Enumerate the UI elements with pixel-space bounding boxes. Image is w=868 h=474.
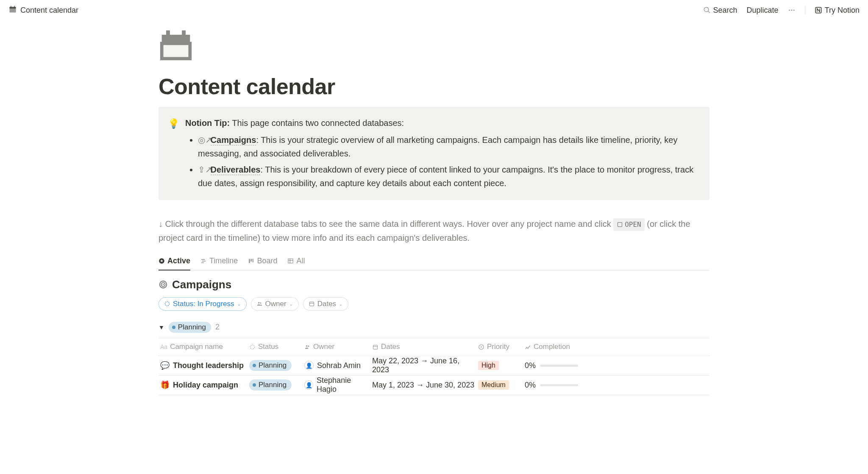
dots-icon (788, 6, 796, 14)
svg-point-4 (789, 10, 790, 11)
people-icon (304, 344, 311, 350)
svg-point-33 (306, 345, 308, 347)
cell-dates[interactable]: May 22, 2023 → June 16, 2023 (370, 357, 476, 374)
completion-text: 0% (525, 361, 536, 370)
target-icon: ◎↗ (198, 133, 206, 147)
status-dot-icon (172, 326, 175, 329)
status-text: Planning (259, 361, 287, 370)
tab-label: Active (167, 257, 190, 265)
status-text: Planning (259, 381, 287, 389)
group-label: Planning (178, 323, 206, 332)
open-label: OPEN (625, 219, 641, 230)
cell-completion[interactable]: 0% (523, 381, 591, 390)
svg-rect-20 (253, 259, 254, 262)
board-icon (248, 258, 254, 264)
database-title[interactable]: Campaigns (159, 278, 709, 291)
status-icon (249, 344, 256, 350)
search-label: Search (713, 6, 737, 15)
avatar: 👤 (304, 380, 313, 390)
filter-status[interactable]: Status: In Progress ⌄ (159, 297, 247, 311)
tab-board[interactable]: Board (248, 257, 277, 270)
table-row[interactable]: 💬 Thought leadership Planning 👤 Sohrab A… (159, 356, 709, 376)
col-dates[interactable]: Dates (370, 343, 476, 351)
cell-dates[interactable]: May 1, 2023 → June 30, 2023 (370, 381, 476, 390)
callout-item-text: : This is your breakdown of every piece … (198, 165, 693, 188)
chevron-down-icon: ⌄ (339, 301, 343, 307)
chart-icon (525, 344, 531, 350)
cell-name[interactable]: 🎁 Holiday campaign (159, 380, 248, 390)
filter-status-label: Status: In Progress (173, 300, 234, 308)
breadcrumb-title: Content calendar (20, 6, 78, 15)
svg-point-34 (308, 346, 309, 347)
status-pill: Planning (249, 360, 292, 371)
page-icon[interactable] (159, 27, 193, 62)
open-badge: OPEN (613, 218, 645, 231)
svg-rect-35 (373, 345, 378, 349)
tab-all[interactable]: All (287, 257, 305, 270)
more-button[interactable] (788, 6, 796, 14)
separator (805, 6, 805, 14)
svg-rect-17 (201, 262, 204, 263)
callout-item-title[interactable]: Campaigns (211, 135, 256, 145)
col-name[interactable]: Aa Campaign name (159, 343, 248, 351)
svg-rect-30 (309, 302, 314, 306)
tab-active[interactable]: Active (159, 257, 190, 270)
svg-point-5 (791, 10, 792, 11)
col-priority[interactable]: Priority (476, 343, 523, 351)
table-header: Aa Campaign name Status Owner Dates Prio… (159, 338, 709, 356)
callout-item-title[interactable]: Deliverables (211, 165, 261, 175)
cell-owner[interactable]: 👤 Stephanie Hagio (303, 376, 370, 394)
try-notion-button[interactable]: Try Notion (815, 6, 860, 15)
callout-item: ⇪↗ Deliverables: This is your breakdown … (198, 163, 698, 190)
table-icon (287, 258, 294, 264)
cell-owner[interactable]: 👤 Sohrab Amin (303, 361, 370, 370)
people-icon (256, 301, 263, 307)
open-icon (617, 221, 623, 228)
cell-priority[interactable]: High (476, 361, 523, 370)
col-completion[interactable]: Completion (523, 343, 591, 351)
callout-item-text: : This is your strategic overview of all… (198, 135, 678, 158)
cell-priority[interactable]: Medium (476, 380, 523, 390)
priority-icon (478, 344, 484, 350)
callout-item: ◎↗ Campaigns: This is your strategic ove… (198, 133, 698, 160)
row-name: Thought leadership (173, 361, 244, 370)
filter-dates[interactable]: Dates ⌄ (303, 297, 348, 311)
group-status-pill: Planning (169, 322, 211, 333)
status-icon (164, 301, 170, 307)
instructions: ↓ Click through the different database t… (159, 217, 709, 245)
cell-status[interactable]: Planning (248, 379, 303, 390)
completion-text: 0% (525, 381, 536, 390)
svg-point-27 (165, 302, 170, 306)
svg-point-6 (793, 10, 794, 11)
tab-timeline[interactable]: Timeline (200, 257, 238, 270)
breadcrumb[interactable]: Content calendar (8, 5, 78, 16)
try-notion-label: Try Notion (825, 6, 860, 15)
cell-completion[interactable]: 0% (523, 361, 591, 370)
avatar: 👤 (304, 361, 314, 370)
collapse-toggle[interactable]: ▼ (159, 324, 164, 331)
search-button[interactable]: Search (703, 6, 737, 15)
group-header[interactable]: ▼ Planning 2 (159, 322, 709, 333)
duplicate-button[interactable]: Duplicate (747, 6, 779, 15)
filter-owner[interactable]: Owner ⌄ (251, 297, 299, 311)
col-status[interactable]: Status (248, 343, 303, 351)
calendar-icon (309, 301, 315, 307)
database-title-text: Campaigns (172, 278, 231, 291)
col-owner[interactable]: Owner (303, 343, 370, 351)
table-row[interactable]: 🎁 Holiday campaign Planning 👤 Stephanie … (159, 376, 709, 395)
tip-callout: 💡 Notion Tip: This page contains two con… (159, 107, 709, 200)
svg-point-32 (250, 345, 255, 349)
svg-rect-2 (11, 6, 11, 7)
svg-rect-11 (166, 31, 170, 37)
filter-owner-label: Owner (265, 300, 287, 308)
timeline-icon (200, 258, 207, 264)
tip-label: Notion Tip: (185, 118, 230, 128)
upload-icon: ⇪↗ (198, 163, 206, 176)
star-icon (159, 258, 165, 264)
calendar-icon (8, 5, 17, 16)
chevron-down-icon: ⌄ (289, 301, 293, 307)
svg-point-29 (260, 302, 261, 304)
cell-name[interactable]: 💬 Thought leadership (159, 361, 248, 370)
cell-status[interactable]: Planning (248, 360, 303, 371)
status-pill: Planning (249, 379, 292, 390)
